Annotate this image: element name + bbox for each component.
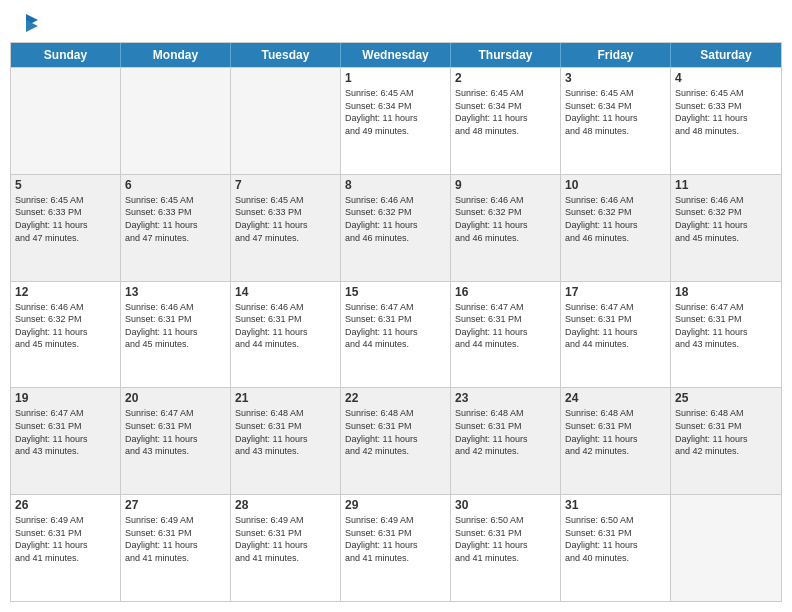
- cal-cell: 23Sunrise: 6:48 AMSunset: 6:31 PMDayligh…: [451, 388, 561, 494]
- cal-cell: 21Sunrise: 6:48 AMSunset: 6:31 PMDayligh…: [231, 388, 341, 494]
- cal-cell: 2Sunrise: 6:45 AMSunset: 6:34 PMDaylight…: [451, 68, 561, 174]
- day-number: 4: [675, 71, 777, 85]
- day-number: 15: [345, 285, 446, 299]
- cal-cell: 14Sunrise: 6:46 AMSunset: 6:31 PMDayligh…: [231, 282, 341, 388]
- cal-cell: 28Sunrise: 6:49 AMSunset: 6:31 PMDayligh…: [231, 495, 341, 601]
- cal-cell: 26Sunrise: 6:49 AMSunset: 6:31 PMDayligh…: [11, 495, 121, 601]
- calendar: SundayMondayTuesdayWednesdayThursdayFrid…: [10, 42, 782, 602]
- day-number: 5: [15, 178, 116, 192]
- cell-info: Sunrise: 6:45 AMSunset: 6:34 PMDaylight:…: [565, 87, 666, 137]
- cell-info: Sunrise: 6:47 AMSunset: 6:31 PMDaylight:…: [345, 301, 446, 351]
- cal-cell: 7Sunrise: 6:45 AMSunset: 6:33 PMDaylight…: [231, 175, 341, 281]
- cal-cell: 9Sunrise: 6:46 AMSunset: 6:32 PMDaylight…: [451, 175, 561, 281]
- cal-cell: 1Sunrise: 6:45 AMSunset: 6:34 PMDaylight…: [341, 68, 451, 174]
- cal-cell: [671, 495, 781, 601]
- cell-info: Sunrise: 6:45 AMSunset: 6:33 PMDaylight:…: [15, 194, 116, 244]
- cal-cell: 3Sunrise: 6:45 AMSunset: 6:34 PMDaylight…: [561, 68, 671, 174]
- day-number: 22: [345, 391, 446, 405]
- logo-flag-icon: [12, 10, 40, 38]
- cal-header-cell: Friday: [561, 43, 671, 67]
- cell-info: Sunrise: 6:49 AMSunset: 6:31 PMDaylight:…: [235, 514, 336, 564]
- cal-header-cell: Saturday: [671, 43, 781, 67]
- cal-cell: 30Sunrise: 6:50 AMSunset: 6:31 PMDayligh…: [451, 495, 561, 601]
- cell-info: Sunrise: 6:49 AMSunset: 6:31 PMDaylight:…: [125, 514, 226, 564]
- cell-info: Sunrise: 6:46 AMSunset: 6:32 PMDaylight:…: [565, 194, 666, 244]
- cell-info: Sunrise: 6:46 AMSunset: 6:32 PMDaylight:…: [455, 194, 556, 244]
- cell-info: Sunrise: 6:47 AMSunset: 6:31 PMDaylight:…: [565, 301, 666, 351]
- day-number: 13: [125, 285, 226, 299]
- cal-row: 19Sunrise: 6:47 AMSunset: 6:31 PMDayligh…: [11, 387, 781, 494]
- day-number: 7: [235, 178, 336, 192]
- cell-info: Sunrise: 6:46 AMSunset: 6:32 PMDaylight:…: [15, 301, 116, 351]
- cal-cell: 8Sunrise: 6:46 AMSunset: 6:32 PMDaylight…: [341, 175, 451, 281]
- day-number: 1: [345, 71, 446, 85]
- header: [10, 10, 782, 34]
- cell-info: Sunrise: 6:50 AMSunset: 6:31 PMDaylight:…: [565, 514, 666, 564]
- cal-cell: 6Sunrise: 6:45 AMSunset: 6:33 PMDaylight…: [121, 175, 231, 281]
- cal-cell: 13Sunrise: 6:46 AMSunset: 6:31 PMDayligh…: [121, 282, 231, 388]
- cal-cell: 19Sunrise: 6:47 AMSunset: 6:31 PMDayligh…: [11, 388, 121, 494]
- cal-row: 1Sunrise: 6:45 AMSunset: 6:34 PMDaylight…: [11, 67, 781, 174]
- cal-header-cell: Tuesday: [231, 43, 341, 67]
- day-number: 24: [565, 391, 666, 405]
- day-number: 11: [675, 178, 777, 192]
- day-number: 8: [345, 178, 446, 192]
- day-number: 10: [565, 178, 666, 192]
- cell-info: Sunrise: 6:45 AMSunset: 6:34 PMDaylight:…: [455, 87, 556, 137]
- day-number: 30: [455, 498, 556, 512]
- day-number: 28: [235, 498, 336, 512]
- cal-cell: [121, 68, 231, 174]
- cal-row: 12Sunrise: 6:46 AMSunset: 6:32 PMDayligh…: [11, 281, 781, 388]
- calendar-header-row: SundayMondayTuesdayWednesdayThursdayFrid…: [11, 43, 781, 67]
- cell-info: Sunrise: 6:45 AMSunset: 6:33 PMDaylight:…: [675, 87, 777, 137]
- cell-info: Sunrise: 6:46 AMSunset: 6:32 PMDaylight:…: [675, 194, 777, 244]
- cell-info: Sunrise: 6:47 AMSunset: 6:31 PMDaylight:…: [125, 407, 226, 457]
- cell-info: Sunrise: 6:46 AMSunset: 6:31 PMDaylight:…: [125, 301, 226, 351]
- cell-info: Sunrise: 6:48 AMSunset: 6:31 PMDaylight:…: [345, 407, 446, 457]
- day-number: 16: [455, 285, 556, 299]
- cell-info: Sunrise: 6:45 AMSunset: 6:34 PMDaylight:…: [345, 87, 446, 137]
- cal-cell: 22Sunrise: 6:48 AMSunset: 6:31 PMDayligh…: [341, 388, 451, 494]
- cal-cell: 11Sunrise: 6:46 AMSunset: 6:32 PMDayligh…: [671, 175, 781, 281]
- day-number: 26: [15, 498, 116, 512]
- cell-info: Sunrise: 6:46 AMSunset: 6:32 PMDaylight:…: [345, 194, 446, 244]
- cal-cell: 10Sunrise: 6:46 AMSunset: 6:32 PMDayligh…: [561, 175, 671, 281]
- day-number: 21: [235, 391, 336, 405]
- cal-cell: [11, 68, 121, 174]
- cal-cell: 17Sunrise: 6:47 AMSunset: 6:31 PMDayligh…: [561, 282, 671, 388]
- cal-cell: [231, 68, 341, 174]
- cal-cell: 12Sunrise: 6:46 AMSunset: 6:32 PMDayligh…: [11, 282, 121, 388]
- day-number: 25: [675, 391, 777, 405]
- cal-header-cell: Wednesday: [341, 43, 451, 67]
- cell-info: Sunrise: 6:50 AMSunset: 6:31 PMDaylight:…: [455, 514, 556, 564]
- cell-info: Sunrise: 6:47 AMSunset: 6:31 PMDaylight:…: [15, 407, 116, 457]
- cell-info: Sunrise: 6:45 AMSunset: 6:33 PMDaylight:…: [235, 194, 336, 244]
- day-number: 23: [455, 391, 556, 405]
- day-number: 6: [125, 178, 226, 192]
- cal-cell: 20Sunrise: 6:47 AMSunset: 6:31 PMDayligh…: [121, 388, 231, 494]
- day-number: 2: [455, 71, 556, 85]
- cal-cell: 4Sunrise: 6:45 AMSunset: 6:33 PMDaylight…: [671, 68, 781, 174]
- cal-cell: 16Sunrise: 6:47 AMSunset: 6:31 PMDayligh…: [451, 282, 561, 388]
- cal-cell: 18Sunrise: 6:47 AMSunset: 6:31 PMDayligh…: [671, 282, 781, 388]
- day-number: 12: [15, 285, 116, 299]
- cal-cell: 15Sunrise: 6:47 AMSunset: 6:31 PMDayligh…: [341, 282, 451, 388]
- day-number: 31: [565, 498, 666, 512]
- day-number: 17: [565, 285, 666, 299]
- day-number: 3: [565, 71, 666, 85]
- cell-info: Sunrise: 6:45 AMSunset: 6:33 PMDaylight:…: [125, 194, 226, 244]
- cell-info: Sunrise: 6:49 AMSunset: 6:31 PMDaylight:…: [15, 514, 116, 564]
- cal-cell: 25Sunrise: 6:48 AMSunset: 6:31 PMDayligh…: [671, 388, 781, 494]
- logo: [10, 10, 40, 34]
- day-number: 29: [345, 498, 446, 512]
- cal-row: 5Sunrise: 6:45 AMSunset: 6:33 PMDaylight…: [11, 174, 781, 281]
- day-number: 9: [455, 178, 556, 192]
- cell-info: Sunrise: 6:48 AMSunset: 6:31 PMDaylight:…: [455, 407, 556, 457]
- cell-info: Sunrise: 6:49 AMSunset: 6:31 PMDaylight:…: [345, 514, 446, 564]
- cal-cell: 31Sunrise: 6:50 AMSunset: 6:31 PMDayligh…: [561, 495, 671, 601]
- day-number: 19: [15, 391, 116, 405]
- cal-header-cell: Thursday: [451, 43, 561, 67]
- cell-info: Sunrise: 6:48 AMSunset: 6:31 PMDaylight:…: [235, 407, 336, 457]
- calendar-body: 1Sunrise: 6:45 AMSunset: 6:34 PMDaylight…: [11, 67, 781, 601]
- cal-cell: 5Sunrise: 6:45 AMSunset: 6:33 PMDaylight…: [11, 175, 121, 281]
